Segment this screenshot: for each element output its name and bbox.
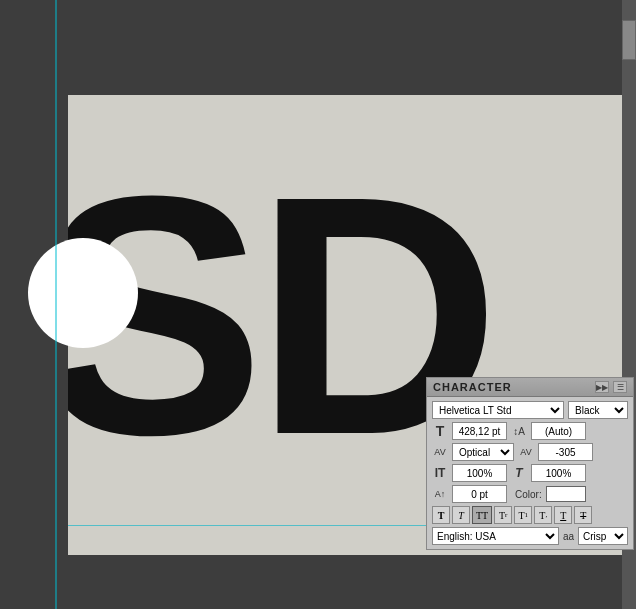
kerning-row: AV Optical Metrics 0 AV: [432, 443, 628, 461]
character-panel: CHARACTER ▶▶ ☰ Helvetica LT Std Black T …: [426, 377, 634, 550]
panel-header: CHARACTER ▶▶ ☰: [427, 378, 633, 397]
font-size-row: T ↕A: [432, 422, 628, 440]
horizontal-scale-input[interactable]: [531, 464, 586, 482]
faux-italic-button[interactable]: T: [452, 506, 470, 524]
typography-buttons-row: T T TT Tr T1 T, T T: [432, 506, 628, 524]
tracking-input[interactable]: [538, 443, 593, 461]
horizontal-scale-icon: T: [511, 466, 527, 480]
tracking-icon: AV: [518, 447, 534, 457]
font-family-select[interactable]: Helvetica LT Std: [432, 401, 564, 419]
vertical-scale-input[interactable]: [452, 464, 507, 482]
baseline-input[interactable]: [452, 485, 507, 503]
color-label: Color:: [515, 489, 542, 500]
scale-row: IT T: [432, 464, 628, 482]
panel-body: Helvetica LT Std Black T ↕A AV Optical M…: [427, 397, 633, 549]
baseline-icon: A↑: [432, 489, 448, 499]
color-swatch[interactable]: [546, 486, 586, 502]
superscript-button[interactable]: T1: [514, 506, 532, 524]
anti-alias-select[interactable]: Crisp None Sharp Strong Smooth: [578, 527, 628, 545]
font-row: Helvetica LT Std Black: [432, 401, 628, 419]
baseline-row: A↑ Color:: [432, 485, 628, 503]
panel-title: CHARACTER: [433, 381, 512, 393]
panel-menu-button[interactable]: ☰: [613, 381, 627, 393]
scrollbar-thumb[interactable]: [622, 20, 636, 60]
font-size-input[interactable]: [452, 422, 507, 440]
leading-input[interactable]: [531, 422, 586, 440]
strikethrough-button[interactable]: T: [574, 506, 592, 524]
language-select[interactable]: English: USA: [432, 527, 559, 545]
kerning-icon: AV: [432, 447, 448, 457]
font-style-select[interactable]: Black: [568, 401, 628, 419]
all-caps-button[interactable]: TT: [472, 506, 492, 524]
font-size-icon: T: [432, 423, 448, 439]
panel-header-controls: ▶▶ ☰: [595, 381, 627, 393]
white-circle: [28, 238, 138, 348]
vertical-scale-icon: IT: [432, 466, 448, 480]
guide-vertical: [55, 0, 57, 609]
kerning-select[interactable]: Optical Metrics 0: [452, 443, 514, 461]
panel-bottom-row: English: USA aa Crisp None Sharp Strong …: [432, 527, 628, 545]
subscript-button[interactable]: T,: [534, 506, 552, 524]
anti-alias-label: aa: [563, 531, 574, 542]
leading-icon: ↕A: [511, 426, 527, 437]
underline-button[interactable]: T: [554, 506, 572, 524]
small-caps-button[interactable]: Tr: [494, 506, 512, 524]
faux-bold-button[interactable]: T: [432, 506, 450, 524]
panel-collapse-button[interactable]: ▶▶: [595, 381, 609, 393]
